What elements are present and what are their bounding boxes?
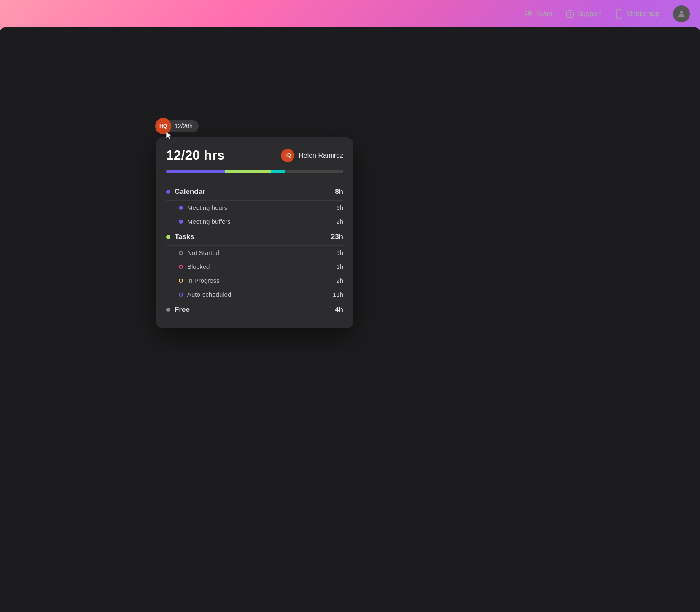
calendar-value: 8h [335,188,343,196]
free-value: 4h [335,306,343,314]
in-progress-value: 2h [336,277,343,284]
in-progress-dot [179,279,183,283]
sub-label-meeting-buffers: Meeting buffers [179,218,231,225]
sub-row-auto-scheduled: Auto-scheduled 11h [166,287,343,301]
auto-scheduled-value: 11h [333,291,343,298]
card-title: 12/20 hrs [166,148,225,163]
category-row-tasks: Tasks 23h [166,228,343,246]
hq-badge-trigger[interactable]: HQ 12/20h [155,118,199,134]
popup-card: 12/20 hrs HQ Helen Ramirez Calendar 8h M… [156,137,353,328]
progress-bar [166,170,343,173]
svg-point-1 [529,11,531,13]
sub-label-auto-scheduled: Auto-scheduled [179,291,231,298]
sub-row-meeting-hours: Meeting hours 6h [166,201,343,215]
svg-text:?: ? [568,11,572,17]
sub-row-meeting-buffers: Meeting buffers 2h [166,215,343,228]
meeting-buffers-dot [179,220,183,224]
calendar-dot [166,190,170,194]
not-started-dot [179,251,183,255]
sub-row-blocked: Blocked 1h [166,260,343,274]
support-label: Support [578,10,601,18]
nav-item-team[interactable]: Team [524,10,552,18]
hq-avatar-trigger: HQ [155,118,171,134]
nav-item-mobile[interactable]: Mobile app [615,10,660,18]
support-icon: ? [566,10,574,18]
meeting-hours-value: 6h [336,204,343,211]
category-label-tasks: Tasks [166,233,194,241]
navbar-separator [0,70,700,70]
blocked-dot [179,265,183,269]
svg-point-6 [680,11,683,13]
meeting-hours-dot [179,206,183,210]
category-row-calendar: Calendar 8h [166,183,343,201]
mobile-label: Mobile app [627,10,660,18]
nav-items: Team ? Support Mobile app [524,5,690,22]
category-row-free: Free 4h [166,301,343,318]
progress-segment-calendar [166,170,225,173]
card-user-name: Helen Ramirez [299,152,343,159]
user-avatar-nav[interactable] [673,5,690,22]
auto-scheduled-dot [179,293,183,297]
blocked-value: 1h [336,263,343,270]
category-section-calendar: Calendar 8h Meeting hours 6h Meeting buf… [166,183,343,228]
nav-item-support[interactable]: ? Support [566,10,601,18]
not-started-value: 9h [336,249,343,256]
sub-label-in-progress: In Progress [179,277,220,284]
sub-row-in-progress: In Progress 2h [166,274,343,287]
svg-point-0 [525,11,528,14]
card-user: HQ Helen Ramirez [281,149,343,162]
progress-segment-auto [271,170,285,173]
sub-row-not-started: Not Started 9h [166,246,343,260]
tasks-dot [166,235,170,239]
svg-point-5 [619,16,619,17]
mobile-icon [615,10,623,18]
team-label: Team [536,10,552,18]
sub-label-blocked: Blocked [179,263,210,270]
progress-segment-tasks [225,170,271,173]
sub-label-not-started: Not Started [179,249,219,256]
team-icon [524,10,533,18]
progress-segment-free [285,170,343,173]
category-label-free: Free [166,306,190,314]
card-user-avatar: HQ [281,149,294,162]
category-label-calendar: Calendar [166,188,205,196]
sub-label-meeting-hours: Meeting hours [179,204,227,211]
tasks-value: 23h [331,233,343,241]
free-dot [166,308,170,312]
meeting-buffers-value: 2h [336,218,343,225]
navbar: Team ? Support Mobile app [0,0,700,27]
category-section-tasks: Tasks 23h Not Started 9h Blocked 1h In P… [166,228,343,301]
card-header: 12/20 hrs HQ Helen Ramirez [166,148,343,163]
category-section-free: Free 4h [166,301,343,318]
